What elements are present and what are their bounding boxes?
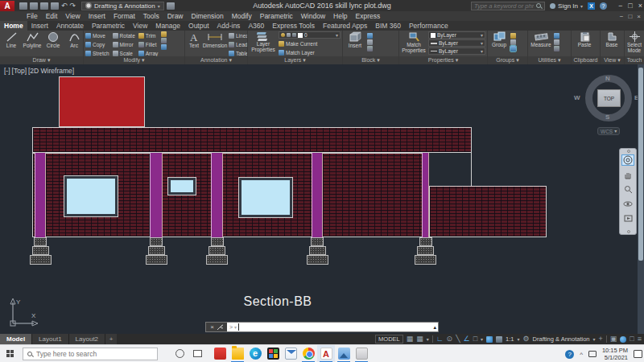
drawing-canvas[interactable]: [-] [Top] [2D Wireframe] Section-BB Y X	[0, 64, 644, 334]
menu-tools[interactable]: Tools	[139, 12, 163, 20]
panel-label-groups[interactable]: Groups ▾	[488, 56, 527, 64]
command-input[interactable]: > ▾	[227, 323, 433, 331]
scrollbar-thumb[interactable]	[638, 68, 643, 261]
store-icon[interactable]	[264, 345, 282, 362]
snap-mode-icon[interactable]: ▦	[416, 334, 423, 344]
section-title-text[interactable]: Section-BB	[205, 294, 350, 309]
save-icon[interactable]	[40, 2, 48, 10]
drawing-column-4[interactable]	[312, 153, 323, 238]
viewport-menu-control[interactable]: [-]	[4, 67, 10, 75]
status-menu-icon[interactable]: ≡	[638, 334, 642, 344]
panel-label-layers[interactable]: Layers ▾	[248, 56, 342, 64]
panel-label-touch[interactable]: Touch	[625, 56, 644, 64]
fillet-tool[interactable]: Fillet	[138, 40, 159, 48]
drawing-footing-3[interactable]	[211, 237, 224, 246]
close-button[interactable]: ×	[638, 2, 642, 10]
quick-calc-icon[interactable]	[554, 39, 559, 45]
match-layer-button[interactable]: Match Layer	[279, 48, 341, 56]
help-search-input[interactable]	[474, 2, 534, 10]
viewport-visual-style-control[interactable]: [2D Wireframe]	[28, 67, 74, 75]
drawing-footing-5[interactable]	[419, 237, 432, 246]
group-edit-icon[interactable]	[510, 39, 516, 45]
chrome-icon[interactable]	[299, 345, 317, 362]
workspace-switching-icon[interactable]: ⚙	[523, 334, 530, 344]
tray-expand-icon[interactable]: ^	[580, 351, 583, 358]
offset-tool-icon[interactable]	[161, 44, 167, 50]
graphics-performance-icon[interactable]	[620, 336, 626, 343]
pan-hand-icon[interactable]	[621, 169, 634, 180]
maximize-button[interactable]: □	[628, 2, 632, 10]
tab-parametric[interactable]: Parametric	[88, 21, 129, 31]
tab-insert[interactable]: Insert	[27, 21, 52, 31]
copy-tool[interactable]: Copy	[85, 40, 109, 48]
action-center-icon[interactable]	[634, 350, 642, 358]
menu-insert[interactable]: Insert	[85, 12, 109, 20]
command-line[interactable]: × > ▾ ▴	[205, 322, 439, 332]
tab-model[interactable]: Model	[0, 334, 32, 344]
menu-modify[interactable]: Modify	[228, 12, 256, 20]
customize-wrench-icon[interactable]	[217, 324, 223, 331]
help-tray-icon[interactable]: ?	[565, 350, 574, 359]
block-editor-icon[interactable]	[367, 46, 373, 51]
workspace-selector[interactable]: Drafting & Annotation ▾	[81, 2, 164, 10]
drawing-footing-3[interactable]	[208, 246, 225, 255]
grid-display-icon[interactable]: ▦	[407, 334, 414, 344]
viewport-view-control[interactable]: [Top]	[12, 67, 27, 75]
drawing-footing-2[interactable]	[150, 237, 163, 246]
panel-label-annotation[interactable]: Annotation ▾	[185, 56, 247, 64]
tab-featured-apps[interactable]: Featured Apps	[319, 21, 371, 31]
autocad-logo-icon[interactable]: A	[0, 1, 14, 11]
sign-in-button[interactable]: Sign In ▾	[550, 2, 583, 10]
plot-icon[interactable]	[51, 2, 59, 10]
id-point-icon[interactable]	[554, 46, 559, 51]
navbar-customize-icon[interactable]	[627, 150, 630, 153]
erase-tool-icon[interactable]	[161, 31, 167, 37]
file-explorer-icon[interactable]	[229, 345, 246, 362]
circle-tool[interactable]: Circle	[43, 31, 63, 48]
menu-window[interactable]: Window	[297, 12, 329, 20]
start-button[interactable]	[0, 345, 21, 362]
drawing-column-2[interactable]	[150, 153, 163, 238]
group-button[interactable]: Group	[489, 31, 509, 47]
doc-minimize-button[interactable]: −	[620, 13, 624, 20]
define-attributes-icon[interactable]	[367, 39, 373, 45]
task-view-button[interactable]	[188, 345, 206, 362]
linear-tool[interactable]: Linear	[229, 31, 248, 39]
drawing-right-wing-wall[interactable]	[429, 186, 547, 237]
drawing-window-1[interactable]	[64, 176, 118, 216]
help-icon[interactable]: ?	[600, 2, 607, 10]
ortho-mode-icon[interactable]: ∟	[436, 334, 444, 344]
tab-output[interactable]: Output	[184, 21, 213, 31]
close-icon[interactable]: ×	[210, 323, 214, 331]
drawing-wall-edge-line[interactable]	[471, 153, 472, 187]
drawing-footing-5[interactable]	[417, 246, 434, 255]
panel-label-block[interactable]: Block ▾	[343, 56, 398, 64]
new-file-icon[interactable]	[19, 2, 27, 10]
linetype-dropdown[interactable]: ByLayer ▾	[428, 47, 485, 55]
panel-label-properties[interactable]: Properties ▾	[399, 56, 487, 64]
command-line-grip[interactable]: ×	[206, 323, 227, 331]
tab-a360[interactable]: A360	[244, 21, 268, 31]
undo-icon[interactable]: ↶	[61, 2, 68, 10]
tab-layout1[interactable]: Layout1	[32, 334, 68, 344]
tab-manage[interactable]: Manage	[151, 21, 184, 31]
polyline-tool[interactable]: Polyline	[23, 31, 42, 48]
trim-tool[interactable]: Trim	[138, 31, 159, 39]
taskbar-clock[interactable]: 10:15 PM 5/1/2021	[602, 347, 628, 361]
viewcube-south[interactable]: S	[605, 113, 609, 121]
cortana-button[interactable]	[171, 345, 188, 362]
a360-icon[interactable]: X	[588, 2, 595, 10]
polar-tracking-icon[interactable]: ⊙	[447, 334, 453, 344]
isodraft-icon[interactable]: ╲	[456, 334, 460, 344]
menu-view[interactable]: View	[61, 12, 84, 20]
drawing-footing-1[interactable]	[34, 237, 47, 246]
layer-select-dropdown[interactable]: 0 ▾	[279, 31, 341, 39]
tab-annotate[interactable]: Annotate	[52, 21, 88, 31]
group-selection-toggle-icon[interactable]	[510, 46, 516, 51]
tab-layout2[interactable]: Layout2	[69, 334, 105, 344]
viewcube-west[interactable]: W	[574, 94, 580, 101]
object-snap-icon[interactable]: □	[473, 334, 477, 344]
panel-label-modify[interactable]: Modify ▾	[84, 56, 184, 64]
tab-performance[interactable]: Performance	[405, 21, 452, 31]
menu-format[interactable]: Format	[109, 12, 139, 20]
